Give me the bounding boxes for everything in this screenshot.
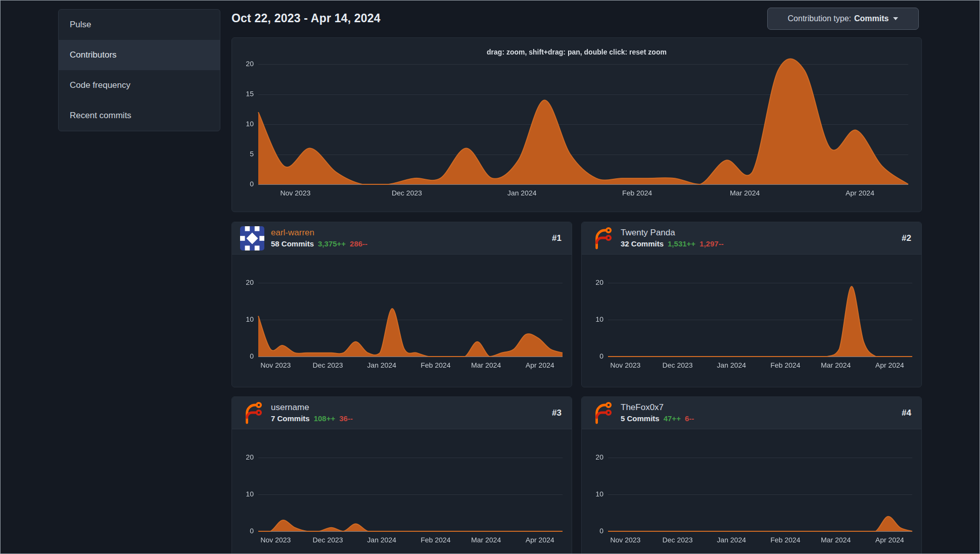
commit-count: 32 Commits xyxy=(621,239,664,248)
identicon-avatar[interactable] xyxy=(240,226,264,250)
contributor-card-header: earl-warren 58 Commits 3,375++ 286-- #1 xyxy=(232,222,572,255)
forgejo-logo-avatar[interactable] xyxy=(590,226,614,250)
contributor-stats: 58 Commits 3,375++ 286-- xyxy=(271,239,367,248)
sidebar-item-pulse[interactable]: Pulse xyxy=(59,10,220,40)
additions-count: 108++ xyxy=(314,414,336,423)
deletions-count: 286-- xyxy=(350,239,367,248)
contributor-rank: #4 xyxy=(902,408,911,418)
deletions-count: 6-- xyxy=(685,414,694,423)
contribution-type-value: Commits xyxy=(854,14,889,23)
date-range-title: Oct 22, 2023 - Apr 14, 2024 xyxy=(231,12,381,25)
contributor-chart-canvas[interactable] xyxy=(582,429,921,554)
contributor-card: earl-warren 58 Commits 3,375++ 286-- #1 xyxy=(231,222,572,387)
contributor-name-link[interactable]: earl-warren xyxy=(271,228,367,238)
commit-count: 7 Commits xyxy=(271,414,310,423)
contributor-card-header: username 7 Commits 108++ 36-- #3 xyxy=(232,397,572,429)
commit-count: 58 Commits xyxy=(271,239,314,248)
contributor-stats: 7 Commits 108++ 36-- xyxy=(271,414,353,423)
contributor-card-header: Twenty Panda 32 Commits 1,531++ 1,297-- … xyxy=(582,222,921,255)
contributor-chart-area xyxy=(232,429,572,554)
contributor-card-header: TheFox0x7 5 Commits 47++ 6-- #4 xyxy=(582,397,921,429)
contributor-name-link[interactable]: username xyxy=(271,403,353,413)
contributor-card: username 7 Commits 108++ 36-- #3 xyxy=(231,396,572,554)
contributor-name-link[interactable]: TheFox0x7 xyxy=(621,403,694,413)
contributor-card: Twenty Panda 32 Commits 1,531++ 1,297-- … xyxy=(581,222,922,387)
deletions-count: 1,297-- xyxy=(699,239,724,248)
deletions-count: 36-- xyxy=(339,414,353,423)
contributor-rank: #2 xyxy=(902,233,911,243)
contribution-type-dropdown[interactable]: Contribution type: Commits xyxy=(767,8,919,30)
chart-zoom-hint: drag: zoom, shift+drag: pan, double clic… xyxy=(232,48,921,56)
activity-chart-canvas[interactable] xyxy=(232,38,921,212)
additions-count: 1,531++ xyxy=(668,239,695,248)
activity-chart-panel: drag: zoom, shift+drag: pan, double clic… xyxy=(231,37,922,212)
forgejo-logo-avatar[interactable] xyxy=(240,401,264,425)
contributor-rank: #1 xyxy=(552,233,562,243)
sidebar-item-contributors[interactable]: Contributors xyxy=(59,40,220,70)
activity-sidebar: Pulse Contributors Code frequency Recent… xyxy=(58,9,220,131)
additions-count: 3,375++ xyxy=(318,239,346,248)
forgejo-logo-avatar[interactable] xyxy=(590,401,614,425)
contributor-card: TheFox0x7 5 Commits 47++ 6-- #4 xyxy=(581,396,922,554)
contributor-chart-canvas[interactable] xyxy=(582,255,921,387)
contributor-chart-area xyxy=(582,429,921,554)
contributor-chart-area xyxy=(582,255,921,387)
contributor-chart-area xyxy=(232,255,572,387)
contributor-chart-canvas[interactable] xyxy=(232,255,572,387)
contributor-cards-grid: earl-warren 58 Commits 3,375++ 286-- #1 xyxy=(231,222,922,554)
contributor-name-link[interactable]: Twenty Panda xyxy=(621,228,724,238)
sidebar-item-recent-commits[interactable]: Recent commits xyxy=(59,100,220,131)
contributor-chart-canvas[interactable] xyxy=(232,429,572,554)
additions-count: 47++ xyxy=(664,414,681,423)
contributor-stats: 32 Commits 1,531++ 1,297-- xyxy=(621,239,724,248)
caret-down-icon xyxy=(893,17,898,20)
contribution-type-label: Contribution type: xyxy=(788,14,851,23)
sidebar-item-code-frequency[interactable]: Code frequency xyxy=(59,70,220,100)
contributor-rank: #3 xyxy=(552,408,562,418)
commit-count: 5 Commits xyxy=(621,414,660,423)
contributor-stats: 5 Commits 47++ 6-- xyxy=(621,414,694,423)
